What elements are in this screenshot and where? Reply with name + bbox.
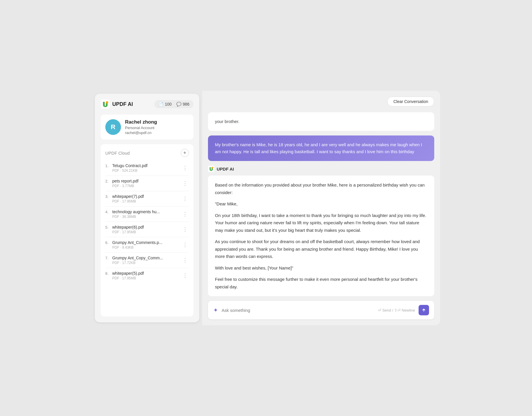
file-name: Telugu Contract.pdf — [112, 163, 147, 168]
file-menu-button[interactable]: ⋮ — [181, 179, 189, 188]
file-list: 1. Telugu Contract.pdf PDF · 524.21KB ⋮ … — [105, 160, 189, 283]
ai-intro: Based on the information you provided ab… — [215, 181, 427, 196]
sparkle-icon: ✦ — [213, 307, 218, 314]
ai-body2: As you continue to shoot for your dreams… — [215, 238, 427, 260]
file-list-item[interactable]: 6. Grumpy Ant_Comments.p... PDF · 9.43KB… — [105, 237, 189, 253]
app-container: UPDF AI 📄 100 💬 986 R Rachel zhong Perso… — [92, 91, 440, 325]
add-file-button[interactable]: + — [181, 149, 189, 157]
file-menu-button[interactable]: ⋮ — [181, 240, 189, 249]
file-info: technology augments hu... PDF · 36.38MB — [112, 209, 160, 219]
chat-icon: 💬 — [176, 102, 181, 106]
stats-area: 📄 100 💬 986 — [154, 100, 193, 108]
cloud-title: UPDF Cloud — [105, 151, 130, 155]
file-info: whitepaper(5).pdf PDF · 17.95MB — [112, 271, 144, 280]
file-meta: PDF · 9.43KB — [112, 245, 162, 249]
file-meta: PDF · 17.95MB — [112, 230, 144, 234]
input-area: ✦ ⏎ Send / ⇧⏎ Newline — [208, 301, 434, 319]
docs-icon: 📄 — [158, 102, 163, 106]
docs-count: 100 — [165, 102, 171, 106]
file-info: Grumpy Ant_Copy_Comm... PDF · 17.72KB — [112, 256, 163, 265]
file-menu-button[interactable]: ⋮ — [181, 256, 189, 265]
prev-ai-text: your brother. — [215, 119, 239, 124]
svg-rect-0 — [101, 100, 110, 109]
file-number: 3. — [105, 194, 111, 199]
file-menu-button[interactable]: ⋮ — [181, 164, 189, 172]
file-menu-button[interactable]: ⋮ — [181, 210, 189, 218]
ai-response-text: Based on the information you provided ab… — [215, 181, 427, 290]
file-left: 2. pets report.pdf PDF · 3.77MB — [105, 179, 138, 188]
svg-rect-3 — [208, 166, 214, 172]
ai-footer: Feel free to customize this message furt… — [215, 276, 427, 290]
user-message-box: My brother's name is Mike, he is 18 year… — [208, 135, 434, 161]
app-title: UPDF AI — [112, 101, 133, 107]
file-info: whitepaper(7).pdf PDF · 17.95MB — [112, 194, 144, 203]
file-number: 2. — [105, 179, 111, 183]
file-menu-button[interactable]: ⋮ — [181, 194, 189, 203]
file-meta: PDF · 36.38MB — [112, 215, 160, 219]
file-name: Grumpy Ant_Comments.p... — [112, 240, 162, 245]
file-menu-button[interactable]: ⋮ — [181, 271, 189, 280]
profile-email: rachel@updf.cn — [125, 131, 157, 135]
prev-ai-message: your brother. — [208, 112, 434, 131]
file-left: 7. Grumpy Ant_Copy_Comm... PDF · 17.72KB — [105, 256, 163, 265]
file-info: Telugu Contract.pdf PDF · 524.21KB — [112, 163, 147, 173]
chat-topbar: Clear Conversation — [208, 97, 434, 108]
logo-area: UPDF AI — [101, 100, 133, 109]
file-list-item[interactable]: 2. pets report.pdf PDF · 3.77MB ⋮ — [105, 176, 189, 191]
file-list-item[interactable]: 4. technology augments hu... PDF · 36.38… — [105, 207, 189, 222]
user-message-text: My brother's name is Mike, he is 18 year… — [215, 141, 427, 155]
avatar: R — [105, 119, 121, 135]
sidebar-header: UPDF AI 📄 100 💬 986 — [101, 100, 193, 110]
ai-header: UPDF AI — [208, 166, 434, 172]
file-list-item[interactable]: 3. whitepaper(7).pdf PDF · 17.95MB ⋮ — [105, 191, 189, 207]
file-meta: PDF · 17.72KB — [112, 261, 163, 265]
file-name: pets report.pdf — [112, 179, 138, 183]
send-button[interactable] — [419, 305, 429, 315]
file-number: 6. — [105, 240, 111, 245]
docs-stat: 📄 100 — [158, 102, 171, 106]
file-number: 5. — [105, 225, 111, 229]
file-info: pets report.pdf PDF · 3.77MB — [112, 179, 138, 188]
input-hint: ⏎ Send / ⇧⏎ Newline — [378, 308, 415, 312]
file-left: 5. whitepaper(6).pdf PDF · 17.95MB — [105, 225, 144, 234]
file-meta: PDF · 3.77MB — [112, 184, 138, 188]
sidebar: UPDF AI 📄 100 💬 986 R Rachel zhong Perso… — [95, 94, 199, 322]
file-name: whitepaper(6).pdf — [112, 225, 144, 229]
file-left: 8. whitepaper(5).pdf PDF · 17.95MB — [105, 271, 144, 280]
file-name: technology augments hu... — [112, 209, 160, 214]
file-meta: PDF · 17.95MB — [112, 199, 144, 203]
file-number: 4. — [105, 209, 111, 214]
file-name: whitepaper(5).pdf — [112, 271, 144, 276]
file-info: whitepaper(6).pdf PDF · 17.95MB — [112, 225, 144, 234]
file-left: 6. Grumpy Ant_Comments.p... PDF · 9.43KB — [105, 240, 162, 249]
ai-response-box: Based on the information you provided ab… — [208, 176, 434, 296]
profile-info: Rachel zhong Personal Account rachel@upd… — [125, 119, 157, 135]
file-menu-button[interactable]: ⋮ — [181, 225, 189, 234]
send-icon — [421, 308, 426, 312]
profile-name: Rachel zhong — [125, 119, 157, 125]
ai-body1: On your 18th birthday, I want to take a … — [215, 212, 427, 234]
messages-container: your brother. My brother's name is Mike,… — [208, 112, 434, 296]
file-list-item[interactable]: 8. whitepaper(5).pdf PDF · 17.95MB ⋮ — [105, 268, 189, 283]
file-list-item[interactable]: 7. Grumpy Ant_Copy_Comm... PDF · 17.72KB… — [105, 253, 189, 268]
updf-ai-icon — [208, 166, 214, 172]
file-list-item[interactable]: 5. whitepaper(6).pdf PDF · 17.95MB ⋮ — [105, 222, 189, 237]
file-meta: PDF · 17.95MB — [112, 276, 144, 280]
chat-area: Clear Conversation your brother. My brot… — [202, 91, 440, 325]
clear-conversation-button[interactable]: Clear Conversation — [387, 97, 434, 106]
chat-input[interactable] — [222, 308, 374, 313]
file-name: whitepaper(7).pdf — [112, 194, 144, 199]
svg-point-2 — [106, 102, 108, 103]
file-left: 4. technology augments hu... PDF · 36.38… — [105, 209, 160, 219]
file-number: 1. — [105, 163, 111, 168]
file-name: Grumpy Ant_Copy_Comm... — [112, 256, 163, 260]
cloud-header: UPDF Cloud + — [105, 149, 189, 157]
profile-card: R Rachel zhong Personal Account rachel@u… — [101, 115, 193, 140]
file-info: Grumpy Ant_Comments.p... PDF · 9.43KB — [112, 240, 162, 249]
chat-count: 986 — [183, 102, 189, 106]
file-meta: PDF · 524.21KB — [112, 169, 147, 173]
profile-account-type: Personal Account — [125, 126, 157, 130]
file-list-item[interactable]: 1. Telugu Contract.pdf PDF · 524.21KB ⋮ — [105, 160, 189, 176]
file-number: 8. — [105, 271, 111, 276]
file-left: 3. whitepaper(7).pdf PDF · 17.95MB — [105, 194, 144, 203]
